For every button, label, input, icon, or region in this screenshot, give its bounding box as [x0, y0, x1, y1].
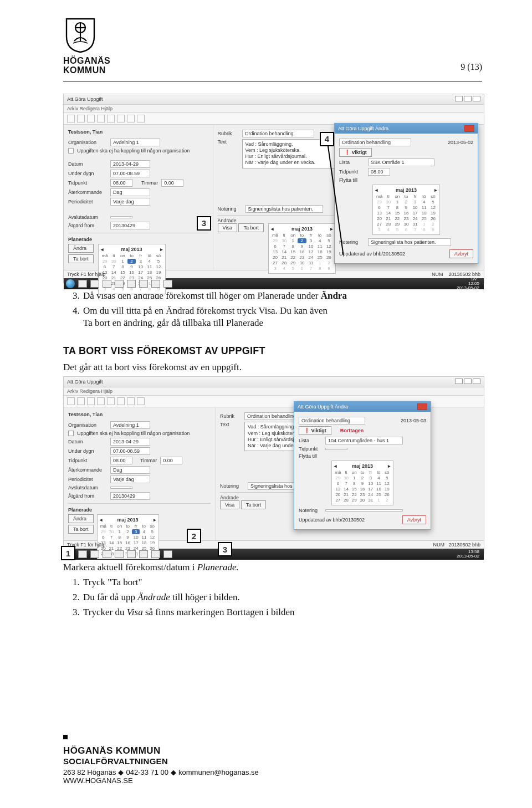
visa-button[interactable]: Visa [218, 223, 237, 232]
taskbar-clock: SV 12:05 2013-05-02 [457, 277, 482, 290]
dlg-notering[interactable]: Signeringslista hos patienten. [368, 238, 451, 246]
avbryt-button[interactable]: Avbryt [449, 249, 473, 258]
taskbar-icon[interactable] [139, 280, 148, 288]
rubrik-input[interactable]: Ordination behandling [242, 130, 314, 137]
viktigt-button[interactable]: ❗ Viktigt [299, 426, 331, 435]
andra-button[interactable]: Ändra [68, 514, 94, 523]
avslutsdatum-label: Avslutsdatum [68, 214, 107, 220]
dlg-date: 2013-05-02 [448, 140, 473, 145]
tabort-button[interactable]: Ta bort [68, 254, 94, 263]
atgard-from-input[interactable]: 20130429 [110, 222, 150, 229]
taskbar-icon[interactable] [127, 280, 136, 288]
section-heading: TA BORT VISS FÖREKOMST AV UPPGIFT [63, 345, 482, 357]
rubrik-label: Rubrik [218, 131, 239, 136]
andra-dialog: Att Göra Uppgift Ändra Ordination behand… [294, 401, 431, 530]
under-dygn-label: Under dygn [68, 171, 107, 176]
andra-button[interactable]: Ändra [68, 244, 94, 253]
tidpunkt-input[interactable]: 08.00 [110, 179, 132, 187]
tidpunkt-label: Tidpunkt [68, 180, 107, 186]
person-name: Testsson, Tian [68, 411, 211, 420]
start-orb-icon[interactable] [66, 279, 75, 288]
page-header: HÖGANÄS KOMMUN 9 (13) [63, 17, 482, 75]
footer-dept: SOCIALFÖRVALTNINGEN [63, 756, 277, 766]
lista-input[interactable]: SSK Område 1 [368, 158, 434, 166]
timmar-label: Timmar [141, 180, 158, 186]
list-item: Trycker du Visa så finns markeringen Bor… [82, 606, 482, 619]
datum-input[interactable]: 2013-04-29 [110, 160, 150, 168]
toolbar-icon[interactable] [117, 115, 125, 122]
periodicitet-label: Periodicitet [68, 199, 107, 204]
list-item: Du får då upp Ändrade till höger i bilde… [82, 591, 482, 604]
section-intro: Det går att ta bort viss förekomst av en… [63, 361, 482, 374]
page-number: 9 (13) [461, 62, 482, 75]
andra-dialog: Att Göra Uppgift Ändra Ordination behand… [334, 123, 478, 264]
menu-bar[interactable]: Arkiv Redigera Hjälp [64, 387, 484, 396]
status-hint: Tryck F1 för hjälp [67, 272, 105, 277]
datum-label: Datum [68, 161, 107, 167]
footer-org: HÖGANÄS KOMMUN [63, 745, 277, 756]
header-rule [63, 81, 482, 81]
toolbar-icon[interactable] [97, 115, 105, 122]
under-dygn-input[interactable]: 07.00-08.59 [110, 170, 150, 177]
avslutsdatum-input[interactable] [110, 216, 132, 218]
toolbar-icon[interactable] [107, 115, 115, 122]
dlg-calendar[interactable]: ◂maj 2013▸ måtiontofrlösö 293012345 6789… [372, 185, 440, 235]
andrade-calendar[interactable]: ◂maj 2013▸ måtiontofrlösö 293012345 6789… [268, 223, 336, 274]
instruction-block-2: Markera aktuell förekomst/datum i Planer… [63, 561, 482, 619]
window-title: Att.Göra Uppgift [67, 96, 103, 102]
dlg-calendar[interactable]: ◂maj 2013▸ måtiontofrlösö 293012345 6789… [331, 461, 393, 505]
logo-block: HÖGANÄS KOMMUN [63, 17, 110, 75]
footer-contact: 263 82 Höganäs◆042-33 71 00◆kommunen@hog… [63, 768, 277, 776]
avbryt-button[interactable]: Avbryt [402, 515, 426, 524]
taskbar-icon[interactable] [163, 280, 172, 288]
menu-bar[interactable]: Arkiv Redigera Hjälp [64, 105, 484, 113]
viktigt-button[interactable]: ❗ Viktigt [339, 148, 372, 157]
tabort-button[interactable]: Ta bort [238, 223, 264, 232]
taskbar-icon[interactable] [78, 280, 87, 288]
taskbar-icon[interactable] [103, 280, 111, 288]
bullet-icon [63, 735, 68, 739]
toolbar-icon[interactable] [77, 115, 85, 122]
periodicitet-input[interactable]: Varje dag [110, 198, 150, 206]
taskbar-icon[interactable] [90, 280, 99, 288]
notering-input[interactable]: Signeringslista hos patienten. [245, 205, 323, 213]
org-label: Organisation [68, 140, 107, 145]
window-buttons[interactable] [454, 379, 480, 385]
intro-line: Markera aktuell förekomst/datum i Planer… [63, 561, 482, 574]
text-label: Text [218, 139, 239, 145]
aterkommande-input[interactable]: Dag [110, 188, 150, 196]
no-org-checkbox[interactable] [68, 148, 74, 154]
tabort-button[interactable]: Ta bort [241, 500, 267, 509]
planerade-head: Planerade [68, 507, 211, 513]
no-org-checkbox[interactable] [68, 431, 74, 436]
aterkommande-label: Återkommande [68, 190, 107, 195]
toolbar-icon[interactable] [127, 115, 135, 122]
timmar-input[interactable]: 0.00 [161, 179, 183, 187]
callout-4: 4 [320, 132, 334, 146]
footer-web: WWW.HOGANAS.SE [63, 776, 277, 785]
org-value[interactable]: Avdelning 1 [110, 139, 160, 146]
window-buttons[interactable] [454, 96, 480, 103]
toolbar-icon[interactable] [137, 115, 145, 122]
city-name: HÖGANÄS KOMMUN [63, 57, 110, 75]
toolbar-icon[interactable] [87, 115, 95, 122]
atgard-from-label: Åtgärd from [68, 223, 107, 228]
screenshot-1: Att.Göra Uppgift Arkiv Redigera Hjälp Te… [63, 94, 484, 283]
uppdaterad-label: Uppdaterad av bhb/20130502 [339, 251, 405, 257]
city-line2: KOMMUN [63, 66, 110, 75]
close-icon[interactable] [417, 403, 427, 410]
taskbar-icon[interactable] [151, 280, 160, 288]
visa-button[interactable]: Visa [220, 500, 239, 509]
callout-3: 3 [197, 216, 211, 231]
andrade-head: Ändrade [218, 218, 336, 223]
dlg-ord: Ordination behandling [339, 139, 411, 146]
callout-1: 1 [61, 546, 75, 560]
list-item: Tryck "Ta bort" [82, 576, 482, 589]
taskbar-icon[interactable] [115, 280, 124, 288]
close-icon[interactable] [464, 125, 474, 132]
dlg-tidpunkt[interactable]: 08.00 [368, 168, 390, 176]
toolbar-icon[interactable] [67, 115, 75, 122]
tabort-button[interactable]: Ta bort [68, 525, 94, 534]
callout-3: 3 [218, 542, 232, 556]
city-crest-icon [63, 17, 98, 53]
